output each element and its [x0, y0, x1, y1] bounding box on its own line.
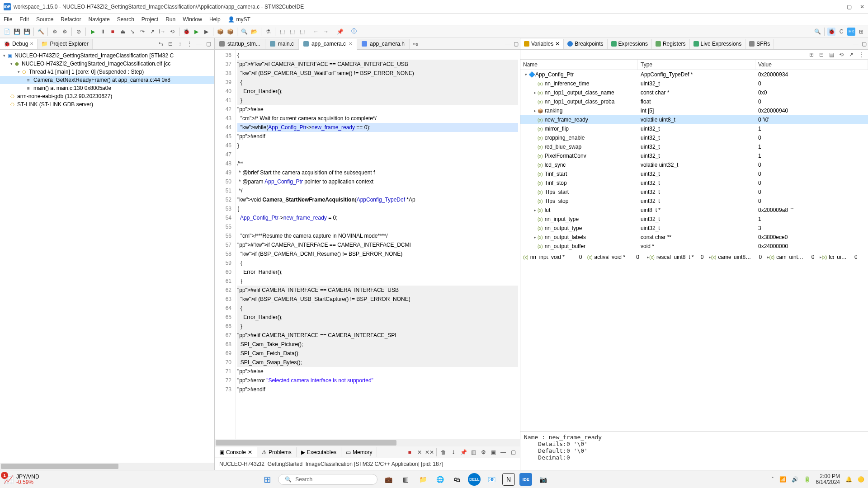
restart-icon[interactable]: ⟲ — [168, 28, 176, 36]
maximize-button[interactable]: ▢ — [847, 4, 852, 10]
vars-tool4-icon[interactable]: ⟲ — [837, 51, 845, 59]
taskbar-ide[interactable]: IDE — [519, 473, 532, 486]
tab-problems[interactable]: ⚠ Problems — [257, 447, 297, 457]
run-last-icon[interactable]: ▶ — [202, 28, 210, 36]
notifications-icon[interactable]: 🔔 — [845, 476, 852, 483]
save-icon[interactable]: 💾 — [13, 28, 21, 36]
copilot-icon[interactable]: 🟡 — [858, 476, 864, 483]
lp-menu-icon[interactable]: ⋮ — [185, 40, 193, 48]
var-row[interactable]: (x)new_frame_ready volatile uint8_t 0 '\… — [520, 115, 868, 124]
battery-icon[interactable]: 🔋 — [804, 476, 811, 483]
wifi-icon[interactable]: 📶 — [779, 476, 786, 483]
taskbar-app2[interactable]: ▥ — [399, 473, 412, 486]
minimize-button[interactable]: ― — [833, 4, 839, 10]
suspend-icon[interactable]: ⏸ — [99, 28, 107, 36]
taskbar-store[interactable]: 🛍 — [451, 473, 463, 486]
stack-frame-0[interactable]: ≡Camera_GetNextReadyFrame() at app_camer… — [0, 76, 214, 84]
build-icon[interactable]: 🔨 — [37, 28, 45, 36]
start-button[interactable]: ⊞ — [261, 473, 274, 486]
console-clear-icon[interactable]: 🗑 — [439, 448, 448, 456]
var-row[interactable]: (x)nn_input_type uint32_t 1 — [520, 215, 868, 224]
var-row[interactable]: (x)red_blue_swap uint32_t 1 — [520, 142, 868, 151]
var-row[interactable]: (x)lcd_sync volatile uint32_t 0 — [520, 160, 868, 169]
var-row[interactable]: (x)nn_top1_output_class_proba float 0 — [520, 97, 868, 106]
menu-file[interactable]: File — [4, 16, 12, 23]
tool2-icon[interactable]: ⚙ — [61, 28, 69, 36]
gdb-node[interactable]: ⎔arm-none-eabi-gdb (13.2.90.20230627) — [0, 92, 214, 100]
tab-registers[interactable]: Registers — [652, 39, 690, 49]
info-icon[interactable]: ⓘ — [350, 28, 358, 36]
rp-max-icon[interactable]: ▢ — [860, 40, 868, 48]
elf-node[interactable]: ▾⬢NUCLEO-H743ZI2_GettingStarted_ImageCla… — [0, 60, 214, 68]
taskbar-notion[interactable]: N — [502, 473, 515, 486]
menu-run[interactable]: Run — [165, 16, 175, 23]
tab-debug[interactable]: 🐞 Debug ✕ — [0, 39, 38, 49]
menu-source[interactable]: Source — [36, 16, 53, 23]
ext-tools-icon[interactable]: ⚗ — [264, 28, 272, 36]
tab-variables[interactable]: Variables ✕ — [520, 39, 564, 49]
stlink-node[interactable]: ⎔ST-LINK (ST-LINK GDB server) — [0, 100, 214, 108]
lp-max-icon[interactable]: ▢ — [204, 40, 212, 48]
step-over-icon[interactable]: ↷ — [138, 28, 146, 36]
tab-app-camera-c[interactable]: app_camera.c✕ — [299, 39, 357, 50]
var-row[interactable]: (x)nn_input_buffer void * 0x240079b4 (x)… — [520, 251, 868, 263]
stack-frame-1[interactable]: ≡main() at main.c:130 0x8005a0e — [0, 84, 214, 92]
console-pin-icon[interactable]: 📌 — [459, 448, 467, 456]
var-row[interactable]: ▸(x)nn_output_labels const char ** 0x380… — [520, 233, 868, 242]
var-row[interactable]: (x)Tfps_start uint32_t 0 — [520, 188, 868, 197]
tab-console[interactable]: ▣ Console ✕ — [215, 447, 257, 457]
tab-sfrs[interactable]: SFRs — [745, 39, 774, 49]
taskbar-dell[interactable]: DELL — [468, 473, 481, 486]
menu-help[interactable]: Help — [209, 16, 221, 23]
taskbar-camera[interactable]: 📷 — [537, 473, 549, 486]
tab-executables[interactable]: ▶ Executables — [297, 447, 341, 457]
var-row[interactable]: (x)cropping_enable uint32_t 0 — [520, 133, 868, 142]
var-row[interactable]: (x)activation_buffer void * 0x24000000 — [582, 253, 642, 261]
var-row[interactable]: (x)nn_inference_time uint32_t 0 — [520, 79, 868, 88]
tab-memory[interactable]: ▭ Memory — [341, 447, 377, 457]
stock-widget[interactable]: JPY/VND -0.59% — [16, 474, 39, 485]
vars-tool1-icon[interactable]: ⊞ — [807, 51, 816, 59]
editor-hscroll[interactable] — [215, 439, 520, 446]
taskbar-outlook[interactable]: 📧 — [485, 473, 498, 486]
step-into-icon[interactable]: ↘ — [128, 28, 137, 36]
fwd-icon[interactable]: → — [322, 28, 330, 36]
console-removeall-icon[interactable]: ✕✕ — [425, 448, 434, 456]
taskbar-edge[interactable]: 🌐 — [434, 473, 446, 486]
lp-min-icon[interactable]: ― — [195, 40, 203, 48]
menu-window[interactable]: Window — [183, 16, 202, 23]
tab-list-icon[interactable]: »₃ — [411, 40, 420, 48]
clock[interactable]: 2:00 PM 6/14/2024 — [816, 474, 840, 485]
quick-search-icon[interactable]: 🔍 — [813, 28, 821, 36]
volume-icon[interactable]: 🔊 — [792, 476, 798, 483]
console-display-icon[interactable]: ▥ — [469, 448, 477, 456]
vars-menu-icon[interactable]: ⋮ — [857, 51, 865, 59]
tool-icon[interactable]: ⚙ — [51, 28, 59, 36]
console-tool-icon[interactable]: ⚙ — [479, 448, 487, 456]
var-row[interactable]: ▸(x)rescaled_image_buffer uint8_t * 0x30… — [642, 252, 868, 263]
tab-live-expr[interactable]: Live Expressions — [690, 39, 746, 49]
vars-tool2-icon[interactable]: ⊟ — [817, 51, 826, 59]
disconnect-icon[interactable]: ⏏ — [118, 28, 127, 36]
run-icon[interactable]: ▶ — [192, 28, 200, 36]
debug-icon[interactable]: 🐞 — [182, 28, 190, 36]
perspective-c-icon[interactable]: C — [837, 28, 845, 36]
tray-chevron-icon[interactable]: ˄ — [771, 476, 774, 483]
misc-icon[interactable]: ⬚ — [278, 28, 286, 36]
console-scroll-icon[interactable]: ⤓ — [449, 448, 458, 456]
terminate-icon[interactable]: ■ — [108, 28, 117, 36]
save-all-icon[interactable]: 💾 — [23, 28, 31, 36]
cfg2-icon[interactable]: 📦 — [226, 28, 234, 36]
console-open-icon[interactable]: ▣ — [489, 448, 497, 456]
perspective-open-icon[interactable]: ⊞ — [857, 28, 865, 36]
taskbar-search[interactable]: 🔍 Search — [278, 474, 377, 485]
var-row[interactable]: ▸(x)nn_top1_output_class_name const char… — [520, 88, 868, 97]
perspective-debug-icon[interactable]: 🐞 — [827, 28, 835, 36]
var-row[interactable]: (x)PixelFormatConv uint32_t 1 — [520, 151, 868, 160]
var-row[interactable]: (x)Tfps_stop uint32_t 0 — [520, 197, 868, 206]
taskbar-explorer[interactable]: 📁 — [416, 473, 429, 486]
console-terminate-icon[interactable]: ■ — [406, 448, 414, 456]
skip-bp-icon[interactable]: ⊘ — [75, 28, 83, 36]
console-min-icon[interactable]: ― — [499, 448, 507, 456]
left-scroll[interactable] — [0, 463, 214, 470]
